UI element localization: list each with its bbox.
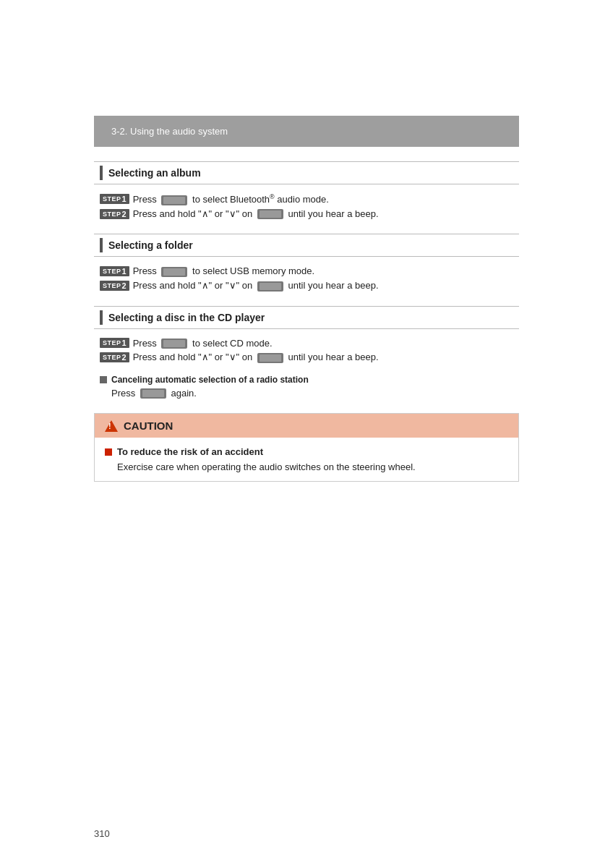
section-selecting-disc: Selecting a disc in the CD player [94, 306, 519, 329]
section-bar [100, 238, 103, 252]
button-icon [257, 281, 283, 292]
step2-folder-text: Press and hold "∧" or "∨" on until you h… [133, 280, 379, 292]
button-icon [161, 339, 187, 349]
button-icon [257, 353, 283, 363]
step1-album-text: Press to select Bluetooth® audio mode. [133, 193, 329, 205]
section-bar [100, 310, 103, 325]
step-row: STEP1 Press to select CD mode. [100, 338, 519, 349]
button-icon [257, 209, 283, 219]
step-row: STEP2 Press and hold "∧" or "∨" on until… [100, 352, 519, 363]
section-title-disc: Selecting a disc in the CD player [108, 312, 265, 323]
step-badge-2: STEP2 [100, 281, 129, 291]
step1-disc-text: Press to select CD mode. [133, 338, 273, 349]
caution-box: CAUTION To reduce the risk of an acciden… [94, 413, 519, 482]
step-row: STEP1 Press to select Bluetooth® audio m… [100, 193, 519, 205]
step-badge-1: STEP1 [100, 266, 129, 276]
page-header: 3-2. Using the audio system [94, 116, 519, 147]
step-badge-2: STEP2 [100, 352, 129, 362]
caution-header: CAUTION [95, 414, 518, 438]
step1-folder-text: Press to select USB memory mode. [133, 265, 315, 277]
step-row: STEP2 Press and hold "∧" or "∨" on until… [100, 280, 519, 292]
main-content: Selecting an album STEP1 Press to select… [94, 161, 519, 482]
caution-description: Exercise care when operating the audio s… [117, 461, 508, 472]
step-row: STEP2 Press and hold "∧" or "∨" on until… [100, 208, 519, 220]
section-selecting-folder: Selecting a folder [94, 234, 519, 257]
section-title-folder: Selecting a folder [108, 239, 193, 251]
step2-album-text: Press and hold "∧" or "∨" on until you h… [133, 208, 379, 220]
button-icon [161, 195, 187, 205]
section-selecting-album: Selecting an album [94, 161, 519, 184]
step2-disc-text: Press and hold "∧" or "∨" on until you h… [133, 352, 379, 363]
canceling-header: Canceling automatic selection of a radio… [100, 375, 519, 385]
caution-subtitle: To reduce the risk of an accident [117, 446, 263, 457]
page-number: 310 [94, 828, 110, 839]
canceling-title: Canceling automatic selection of a radio… [111, 375, 309, 385]
step-badge-1: STEP1 [100, 338, 129, 348]
canceling-body: Press again. [111, 388, 519, 399]
section-title-album: Selecting an album [108, 167, 201, 179]
caution-subheader: To reduce the risk of an accident [105, 446, 508, 457]
canceling-square-icon [100, 376, 107, 383]
canceling-section: Canceling automatic selection of a radio… [100, 375, 519, 399]
steps-album: STEP1 Press to select Bluetooth® audio m… [100, 193, 519, 219]
step-row: STEP1 Press to select USB memory mode. [100, 265, 519, 277]
button-icon [161, 267, 187, 277]
caution-title: CAUTION [124, 420, 173, 432]
caution-red-square-icon [105, 448, 112, 456]
button-icon [140, 388, 166, 399]
header-text: 3-2. Using the audio system [111, 126, 228, 137]
section-bar [100, 166, 103, 180]
step-badge-1: STEP1 [100, 194, 129, 204]
steps-disc: STEP1 Press to select CD mode. STEP2 Pre… [100, 338, 519, 363]
steps-folder: STEP1 Press to select USB memory mode. S… [100, 265, 519, 291]
caution-warning-icon [105, 420, 118, 432]
caution-body: To reduce the risk of an accident Exerci… [95, 438, 518, 481]
step-badge-2: STEP2 [100, 209, 129, 219]
